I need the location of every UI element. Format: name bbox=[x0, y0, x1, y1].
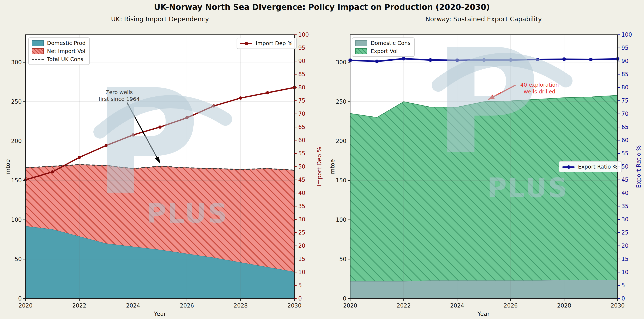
x-tick-label: 2026 bbox=[504, 302, 518, 309]
no-area-1 bbox=[350, 95, 618, 281]
uk-legend: Domestic Prod Net Import Vol Total UK Co… bbox=[28, 38, 90, 65]
x-tick-label: 2020 bbox=[18, 302, 32, 309]
right-tick-label: 75 bbox=[622, 98, 628, 104]
legend-item-net-import: Net Import Vol bbox=[32, 48, 86, 54]
x-tick-label: 2030 bbox=[610, 302, 625, 309]
y-tick-label: 100 bbox=[11, 217, 22, 223]
y-tick-label: 50 bbox=[339, 256, 346, 262]
uk-annotation: Zero wells first since 1964 bbox=[98, 89, 140, 102]
total-cons-dash-icon bbox=[32, 59, 44, 60]
right-tick-label: 40 bbox=[298, 190, 305, 196]
uk-import-dep-legend: Import Dep % bbox=[236, 38, 297, 49]
legend-label: Domestic Cons bbox=[370, 40, 410, 46]
y-tick-label: 300 bbox=[336, 59, 346, 66]
y-tick-label: 200 bbox=[11, 138, 22, 144]
y-tick-label: 150 bbox=[336, 177, 346, 184]
right-tick-label: 5 bbox=[622, 282, 625, 288]
right-tick-label: 60 bbox=[622, 137, 628, 144]
right-tick-label: 85 bbox=[622, 71, 628, 78]
legend-item-export-vol: Export Vol bbox=[355, 48, 410, 54]
x-tick-label: 2024 bbox=[126, 302, 140, 309]
export-vol-swatch-icon bbox=[355, 48, 367, 54]
right-tick-label: 30 bbox=[298, 216, 305, 222]
right-tick-label: 10 bbox=[622, 269, 628, 275]
right-tick-label: 80 bbox=[298, 84, 305, 91]
right-tick-label: 35 bbox=[298, 203, 305, 210]
x-tick-label: 2020 bbox=[343, 302, 357, 309]
right-tick-label: 55 bbox=[622, 150, 628, 157]
right-tick-label: 40 bbox=[622, 190, 628, 196]
right-tick-label: 90 bbox=[622, 58, 628, 64]
right-tick-label: 0 bbox=[298, 296, 302, 302]
annotation-line-2: wells drilled bbox=[520, 88, 559, 95]
right-tick-label: 50 bbox=[622, 164, 628, 170]
no-area-0 bbox=[350, 280, 618, 298]
y-tick-label: 150 bbox=[11, 177, 22, 184]
x-tick-label: 2026 bbox=[180, 302, 194, 309]
right-tick-label: 95 bbox=[622, 45, 628, 51]
right-tick-label: 80 bbox=[622, 84, 628, 91]
y-tick-label: 100 bbox=[336, 217, 346, 223]
right-tick-label: 65 bbox=[298, 124, 305, 130]
right-tick-label: 10 bbox=[298, 269, 305, 275]
right-tick-label: 45 bbox=[622, 177, 628, 183]
y-tick-label: 300 bbox=[11, 59, 22, 66]
right-tick-label: 25 bbox=[622, 230, 628, 236]
right-tick-label: 70 bbox=[298, 111, 305, 117]
norway-export-ratio-legend: Export Ratio % bbox=[559, 161, 622, 172]
right-tick-label: 20 bbox=[622, 242, 628, 249]
right-tick-label: 20 bbox=[298, 242, 305, 249]
right-tick-label: 100 bbox=[298, 32, 309, 38]
right-tick-label: 25 bbox=[298, 230, 305, 236]
right-tick-label: 5 bbox=[298, 282, 302, 288]
right-tick-label: 95 bbox=[298, 45, 305, 51]
y-tick-label: 0 bbox=[18, 296, 22, 302]
legend-item-domestic-prod: Domestic Prod bbox=[32, 40, 86, 46]
right-tick-label: 75 bbox=[298, 98, 305, 104]
legend-label: Total UK Cons bbox=[47, 56, 84, 62]
figure-canvas: 0501001502002503000510152025303540455055… bbox=[0, 0, 644, 319]
y-tick-label: 250 bbox=[11, 98, 22, 105]
norway-legend: Domestic Cons Export Vol bbox=[352, 38, 415, 57]
uk-plot: 0501001502002503000510152025303540455055… bbox=[11, 32, 309, 309]
export-ratio-line-icon bbox=[562, 164, 575, 170]
net-import-swatch-icon bbox=[32, 48, 44, 54]
legend-label: Export Ratio % bbox=[578, 164, 618, 170]
right-tick-label: 85 bbox=[298, 71, 305, 78]
x-tick-label: 2030 bbox=[288, 302, 302, 309]
right-tick-label: 60 bbox=[298, 137, 305, 144]
right-tick-label: 0 bbox=[622, 296, 625, 302]
y-tick-label: 0 bbox=[343, 296, 346, 302]
annotation-line-1: Zero wells bbox=[98, 89, 140, 96]
import-dep-line-icon bbox=[240, 40, 252, 46]
legend-item-domestic-cons: Domestic Cons bbox=[355, 40, 410, 46]
right-tick-label: 70 bbox=[622, 111, 628, 117]
x-tick-label: 2022 bbox=[72, 302, 86, 309]
y-tick-label: 200 bbox=[336, 138, 346, 144]
domestic-prod-swatch-icon bbox=[32, 40, 44, 46]
legend-label: Domestic Prod bbox=[47, 40, 86, 46]
charts-svg: 0501001502002503000510152025303540455055… bbox=[0, 0, 644, 319]
norway-annotation: 40 exploration wells drilled bbox=[520, 82, 559, 95]
x-tick-label: 2022 bbox=[396, 302, 410, 309]
legend-label: Net Import Vol bbox=[47, 48, 85, 54]
right-tick-label: 65 bbox=[622, 124, 628, 130]
right-tick-label: 50 bbox=[298, 164, 305, 170]
x-tick-label: 2024 bbox=[450, 302, 464, 309]
y-tick-label: 250 bbox=[336, 98, 346, 105]
legend-label: Export Vol bbox=[370, 48, 398, 54]
x-tick-label: 2028 bbox=[234, 302, 248, 309]
right-tick-label: 100 bbox=[622, 32, 632, 38]
right-tick-label: 30 bbox=[622, 216, 628, 222]
y-tick-label: 50 bbox=[15, 256, 22, 262]
x-tick-label: 2028 bbox=[557, 302, 571, 309]
right-tick-label: 35 bbox=[622, 203, 628, 210]
domestic-cons-swatch-icon bbox=[355, 40, 367, 46]
right-tick-label: 90 bbox=[298, 58, 305, 64]
right-tick-label: 15 bbox=[298, 256, 305, 262]
legend-item-total-cons: Total UK Cons bbox=[32, 56, 86, 62]
legend-label: Import Dep % bbox=[256, 40, 292, 46]
right-tick-label: 55 bbox=[298, 150, 305, 157]
annotation-line-1: 40 exploration bbox=[520, 82, 559, 88]
right-tick-label: 45 bbox=[298, 177, 305, 183]
